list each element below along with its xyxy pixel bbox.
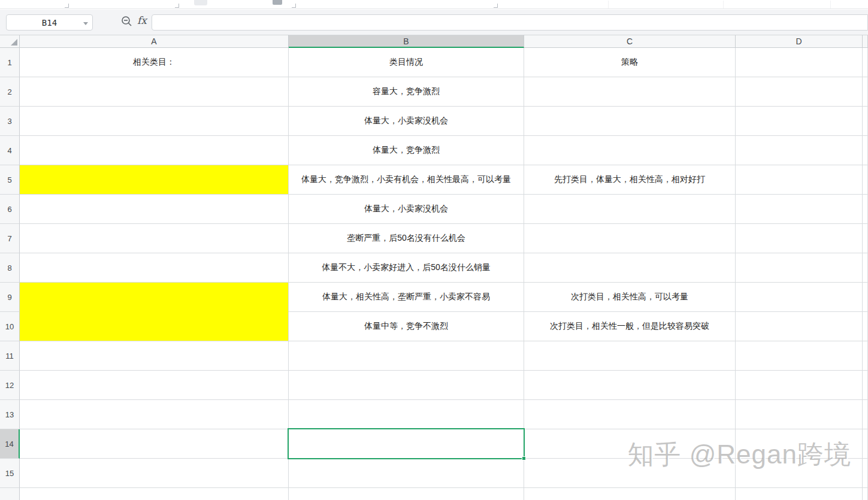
cell-D16[interactable] bbox=[736, 488, 863, 500]
cell-B13[interactable] bbox=[289, 400, 524, 429]
cell-D14[interactable] bbox=[736, 429, 863, 459]
row-header-12[interactable]: 12 bbox=[0, 371, 20, 400]
row-header-2[interactable]: 2 bbox=[0, 77, 20, 107]
row-header-13[interactable]: 13 bbox=[0, 400, 20, 429]
cell-E10[interactable] bbox=[863, 312, 868, 341]
cell-C6[interactable] bbox=[524, 195, 736, 224]
cell-D8[interactable] bbox=[736, 253, 863, 283]
select-all-corner[interactable] bbox=[0, 35, 20, 48]
row-header-9[interactable]: 9 bbox=[0, 283, 20, 312]
cell-C14[interactable] bbox=[524, 429, 736, 459]
cell-D12[interactable] bbox=[736, 371, 863, 400]
cell-E9[interactable] bbox=[863, 283, 868, 312]
cell-B7[interactable]: 垄断严重，后50名没有什么机会 bbox=[289, 224, 524, 253]
cell-C13[interactable] bbox=[524, 400, 736, 429]
cell-B8[interactable]: 体量不大，小卖家好进入，后50名没什么销量 bbox=[289, 253, 524, 283]
cell-A6[interactable] bbox=[20, 195, 289, 224]
cell-C1[interactable]: 策略 bbox=[524, 48, 736, 77]
row-header-16[interactable]: 16 bbox=[0, 488, 20, 500]
cell-A10[interactable] bbox=[20, 312, 289, 341]
cell-C7[interactable] bbox=[524, 224, 736, 253]
cell-E12[interactable] bbox=[863, 371, 868, 400]
cell-B6[interactable]: 体量大，小卖家没机会 bbox=[289, 195, 524, 224]
row-header-3[interactable]: 3 bbox=[0, 107, 20, 136]
zoom-out-icon[interactable] bbox=[121, 16, 132, 29]
cell-A15[interactable] bbox=[20, 459, 289, 488]
column-header-A[interactable]: A bbox=[20, 35, 289, 48]
cell-A14[interactable] bbox=[20, 429, 289, 459]
cell-C9[interactable]: 次打类目，相关性高，可以考量 bbox=[524, 283, 736, 312]
row-header-4[interactable]: 4 bbox=[0, 136, 20, 165]
ribbon-button-stub[interactable] bbox=[194, 0, 207, 5]
cell-A9[interactable] bbox=[20, 283, 289, 312]
cell-D6[interactable] bbox=[736, 195, 863, 224]
cell-E5[interactable] bbox=[863, 165, 868, 195]
cell-D7[interactable] bbox=[736, 224, 863, 253]
cell-E1[interactable] bbox=[863, 48, 868, 77]
row-header-8[interactable]: 8 bbox=[0, 253, 20, 283]
cell-C12[interactable] bbox=[524, 371, 736, 400]
cell-B3[interactable]: 体量大，小卖家没机会 bbox=[289, 107, 524, 136]
name-box[interactable]: B14 bbox=[6, 14, 93, 31]
cell-C4[interactable] bbox=[524, 136, 736, 165]
cell-D15[interactable] bbox=[736, 459, 863, 488]
cell-A13[interactable] bbox=[20, 400, 289, 429]
cell-C16[interactable] bbox=[524, 488, 736, 500]
row-header-5[interactable]: 5 bbox=[0, 165, 20, 195]
row-header-11[interactable]: 11 bbox=[0, 341, 20, 371]
cell-D10[interactable] bbox=[736, 312, 863, 341]
cell-A16[interactable] bbox=[20, 488, 289, 500]
cell-D3[interactable] bbox=[736, 107, 863, 136]
cell-B11[interactable] bbox=[289, 341, 524, 371]
cell-A8[interactable] bbox=[20, 253, 289, 283]
cell-A4[interactable] bbox=[20, 136, 289, 165]
cell-B5[interactable]: 体量大，竞争激烈，小卖有机会，相关性最高，可以考量 bbox=[289, 165, 524, 195]
cell-A1[interactable]: 相关类目： bbox=[20, 48, 289, 77]
cell-C8[interactable] bbox=[524, 253, 736, 283]
cell-D13[interactable] bbox=[736, 400, 863, 429]
row-header-7[interactable]: 7 bbox=[0, 224, 20, 253]
cell-A3[interactable] bbox=[20, 107, 289, 136]
cell-B12[interactable] bbox=[289, 371, 524, 400]
cell-E4[interactable] bbox=[863, 136, 868, 165]
cell-B15[interactable] bbox=[289, 459, 524, 488]
column-header-C[interactable]: C bbox=[524, 35, 736, 48]
cell-E7[interactable] bbox=[863, 224, 868, 253]
cell-E6[interactable] bbox=[863, 195, 868, 224]
cell-E2[interactable] bbox=[863, 77, 868, 107]
row-header-15[interactable]: 15 bbox=[0, 459, 20, 488]
column-header-D[interactable]: D bbox=[736, 35, 863, 48]
row-header-1[interactable]: 1 bbox=[0, 48, 20, 77]
cell-C11[interactable] bbox=[524, 341, 736, 371]
cell-D11[interactable] bbox=[736, 341, 863, 371]
cell-A7[interactable] bbox=[20, 224, 289, 253]
ribbon-button-stub[interactable] bbox=[273, 0, 282, 5]
row-header-10[interactable]: 10 bbox=[0, 312, 20, 341]
cell-E11[interactable] bbox=[863, 341, 868, 371]
cell-E16[interactable] bbox=[863, 488, 868, 500]
cell-E13[interactable] bbox=[863, 400, 868, 429]
cell-B1[interactable]: 类目情况 bbox=[289, 48, 524, 77]
cell-A12[interactable] bbox=[20, 371, 289, 400]
cell-B9[interactable]: 体量大，相关性高，垄断严重，小卖家不容易 bbox=[289, 283, 524, 312]
cell-A5[interactable] bbox=[20, 165, 289, 195]
column-header-B[interactable]: B bbox=[289, 35, 524, 48]
cell-C3[interactable] bbox=[524, 107, 736, 136]
row-header-14[interactable]: 14 bbox=[0, 429, 20, 459]
formula-input[interactable] bbox=[152, 14, 868, 31]
cell-B10[interactable]: 体量中等，竞争不激烈 bbox=[289, 312, 524, 341]
cell-B2[interactable]: 容量大，竞争激烈 bbox=[289, 77, 524, 107]
cell-A2[interactable] bbox=[20, 77, 289, 107]
cell-B4[interactable]: 体量大，竞争激烈 bbox=[289, 136, 524, 165]
cell-D4[interactable] bbox=[736, 136, 863, 165]
row-header-6[interactable]: 6 bbox=[0, 195, 20, 224]
cell-A11[interactable] bbox=[20, 341, 289, 371]
cell-E8[interactable] bbox=[863, 253, 868, 283]
cell-C5[interactable]: 先打类目，体量大，相关性高，相对好打 bbox=[524, 165, 736, 195]
cell-D9[interactable] bbox=[736, 283, 863, 312]
fx-icon[interactable]: fx bbox=[137, 14, 147, 26]
cell-C10[interactable]: 次打类目，相关性一般，但是比较容易突破 bbox=[524, 312, 736, 341]
cell-D5[interactable] bbox=[736, 165, 863, 195]
cell-C2[interactable] bbox=[524, 77, 736, 107]
cell-E14[interactable] bbox=[863, 429, 868, 459]
